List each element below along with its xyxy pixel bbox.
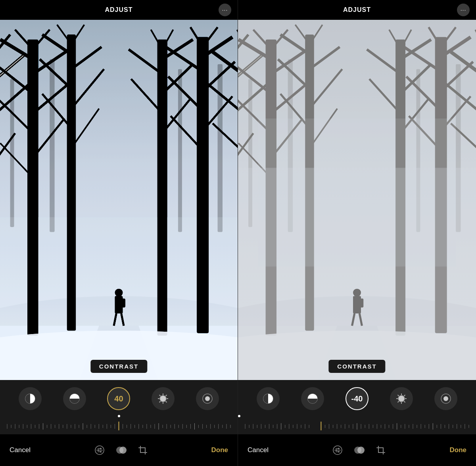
left-more-button[interactable]: ··· bbox=[219, 4, 231, 16]
right-filter-icon-button[interactable] bbox=[354, 446, 365, 455]
left-tool-icons-row: 40 bbox=[0, 380, 238, 413]
right-adjust-icon-button[interactable] bbox=[332, 445, 343, 455]
svg-rect-215 bbox=[353, 296, 361, 313]
svg-point-146 bbox=[100, 451, 102, 453]
left-controls-area: 40 bbox=[0, 380, 238, 434]
right-photo-area: CONTRAST bbox=[238, 20, 476, 380]
right-tool-icons-row: -40 bbox=[238, 380, 476, 413]
right-bottom-nav: Cancel bbox=[238, 434, 476, 466]
left-contrast-value: 40 bbox=[114, 394, 123, 403]
left-filter-icon-button[interactable] bbox=[116, 446, 127, 455]
left-done-button[interactable]: Done bbox=[211, 446, 228, 454]
svg-rect-69 bbox=[0, 217, 238, 380]
left-slider-dot bbox=[118, 415, 120, 417]
svg-point-293 bbox=[336, 449, 337, 451]
left-nav-icons bbox=[94, 445, 148, 455]
right-panel: ADJUST ··· bbox=[238, 0, 476, 466]
svg-rect-219 bbox=[360, 299, 363, 307]
left-brilliance-icon bbox=[69, 393, 81, 405]
right-more-icon: ··· bbox=[461, 7, 466, 13]
svg-point-292 bbox=[338, 448, 340, 449]
left-shadows-icon bbox=[202, 393, 213, 405]
left-filter-icon bbox=[116, 446, 127, 455]
svg-point-72 bbox=[160, 395, 166, 402]
svg-rect-4 bbox=[218, 64, 223, 232]
left-header: ADJUST ··· bbox=[0, 0, 238, 20]
right-photo-scene bbox=[238, 20, 476, 380]
left-highlights-tool[interactable] bbox=[152, 387, 175, 410]
svg-point-222 bbox=[398, 395, 405, 402]
right-crop-icon bbox=[376, 445, 386, 455]
svg-line-80 bbox=[159, 401, 161, 403]
left-crop-icon-button[interactable] bbox=[138, 445, 148, 455]
svg-point-232 bbox=[443, 396, 448, 401]
right-shadows-tool[interactable] bbox=[434, 387, 457, 410]
right-highlights-tool[interactable] bbox=[390, 387, 413, 410]
svg-point-296 bbox=[357, 447, 365, 454]
right-exposure-tool[interactable] bbox=[257, 387, 280, 410]
right-slider-track[interactable] bbox=[238, 420, 476, 432]
left-shadows-tool[interactable] bbox=[196, 387, 219, 410]
left-contrast-tool[interactable]: 40 bbox=[107, 387, 130, 410]
right-contrast-value: -40 bbox=[351, 394, 363, 403]
left-slider-track[interactable] bbox=[0, 420, 238, 432]
right-highlights-icon bbox=[395, 393, 407, 405]
right-more-button[interactable]: ··· bbox=[457, 4, 470, 16]
svg-point-145 bbox=[98, 449, 99, 451]
right-slider-area[interactable] bbox=[238, 413, 476, 434]
svg-line-228 bbox=[404, 401, 405, 403]
right-crop-icon-button[interactable] bbox=[376, 445, 386, 455]
right-filter-icon bbox=[354, 446, 365, 455]
svg-line-230 bbox=[398, 401, 399, 403]
left-highlights-icon bbox=[157, 393, 169, 405]
svg-line-77 bbox=[159, 395, 161, 396]
right-controls-area: -40 bbox=[238, 380, 476, 434]
left-exposure-tool[interactable] bbox=[19, 387, 42, 410]
left-crop-icon bbox=[138, 445, 148, 455]
svg-point-294 bbox=[338, 451, 340, 453]
left-slider-ticks-svg bbox=[3, 420, 234, 432]
svg-point-148 bbox=[119, 447, 127, 454]
right-done-button[interactable]: Done bbox=[449, 446, 466, 454]
svg-line-78 bbox=[166, 401, 167, 403]
left-slider-area[interactable] bbox=[0, 413, 238, 434]
svg-point-82 bbox=[205, 396, 210, 401]
left-bottom-nav: Cancel bbox=[0, 434, 238, 466]
right-brilliance-tool[interactable] bbox=[301, 387, 324, 410]
left-photo-area: CONTRAST bbox=[0, 20, 238, 380]
svg-line-227 bbox=[398, 395, 399, 396]
svg-point-144 bbox=[100, 448, 102, 449]
left-adjust-icon-button[interactable] bbox=[94, 445, 105, 455]
right-cancel-button[interactable]: Cancel bbox=[248, 446, 269, 454]
right-slider-ticks-svg bbox=[241, 420, 473, 432]
right-shadows-icon bbox=[440, 393, 452, 405]
svg-point-216 bbox=[353, 289, 361, 297]
right-nav-icons bbox=[332, 445, 386, 455]
right-header: ADJUST ··· bbox=[238, 0, 476, 20]
right-contrast-label: CONTRAST bbox=[328, 360, 385, 373]
svg-line-229 bbox=[404, 395, 405, 396]
svg-rect-214 bbox=[258, 118, 456, 267]
svg-rect-2 bbox=[50, 59, 54, 232]
left-header-title: ADJUST bbox=[105, 6, 132, 13]
svg-line-79 bbox=[166, 395, 167, 396]
left-photo-scene bbox=[0, 20, 238, 380]
right-contrast-tool[interactable]: -40 bbox=[345, 387, 369, 410]
left-adjust-icon bbox=[94, 445, 105, 455]
right-slider-dot bbox=[238, 415, 240, 417]
right-brilliance-icon bbox=[307, 393, 319, 405]
right-header-title: ADJUST bbox=[343, 6, 371, 13]
svg-rect-3 bbox=[178, 69, 182, 232]
right-exposure-icon bbox=[262, 393, 274, 405]
left-cancel-button[interactable]: Cancel bbox=[10, 446, 31, 454]
left-panel: ADJUST ··· bbox=[0, 0, 238, 466]
left-contrast-label: CONTRAST bbox=[90, 360, 147, 373]
left-exposure-icon bbox=[24, 393, 36, 405]
left-brilliance-tool[interactable] bbox=[63, 387, 86, 410]
left-more-icon: ··· bbox=[222, 7, 228, 13]
right-adjust-icon bbox=[332, 445, 343, 455]
